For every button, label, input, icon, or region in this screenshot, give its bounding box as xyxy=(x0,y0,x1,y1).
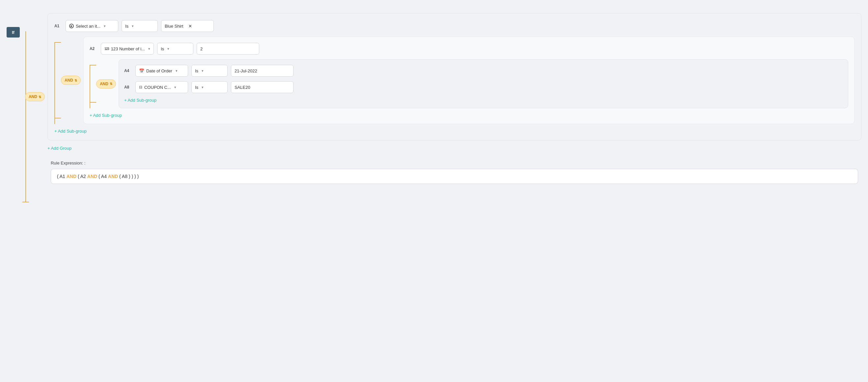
chevron-icon: ▾ xyxy=(148,47,150,51)
a4-label: A4 xyxy=(124,68,132,73)
target-icon xyxy=(69,24,74,28)
a8-operator-dropdown[interactable]: Is ▾ xyxy=(191,81,228,93)
a2-value-input[interactable] xyxy=(197,43,259,55)
sort-icon-1: ⇅ xyxy=(38,95,41,99)
a4-value-input[interactable] xyxy=(231,65,293,77)
main-hline-bottom xyxy=(22,202,29,202)
a8-select-dropdown[interactable]: ⊟ COUPON C... ▾ xyxy=(135,81,188,93)
calendar-icon: 📅 xyxy=(139,68,144,73)
chevron-icon: ▾ xyxy=(174,85,176,90)
chevron-icon: ▾ xyxy=(176,69,178,73)
number-icon: 123 xyxy=(104,47,109,51)
level1-group: A2 123 123 Number of i... ▾ Is ▾ xyxy=(83,37,855,124)
a2-row: A2 123 123 Number of i... ▾ Is ▾ xyxy=(90,43,848,55)
and-badge-2[interactable]: AND ⇅ xyxy=(61,76,81,85)
chevron-icon: ▾ xyxy=(202,69,204,73)
a1-select-dropdown[interactable]: Select an it... ▾ xyxy=(66,20,118,32)
a1-row: A1 Select an it... ▾ Is ▾ Blue Shirt ✕ xyxy=(54,20,855,32)
a8-row: A8 ⊟ COUPON C... ▾ Is ▾ xyxy=(124,81,843,93)
clear-icon[interactable]: ✕ xyxy=(188,24,210,28)
add-subgroup-1[interactable]: + Add Sub-group xyxy=(90,113,848,118)
a1-value-field[interactable]: Blue Shirt ✕ xyxy=(161,20,214,32)
a2-select-dropdown[interactable]: 123 123 Number of i... ▾ xyxy=(101,43,154,55)
sort-icon-2: ⇅ xyxy=(74,79,77,82)
add-subgroup-outer[interactable]: + Add Sub-group xyxy=(54,129,855,134)
a8-label: A8 xyxy=(124,85,132,90)
coupon-icon: ⊟ xyxy=(139,85,142,90)
chevron-icon: ▾ xyxy=(104,24,106,28)
chevron-icon: ▾ xyxy=(202,85,204,90)
if-badge[interactable]: If xyxy=(7,27,20,37)
a2-operator-dropdown[interactable]: Is ▾ xyxy=(157,43,193,55)
bracket-hline-bottom-2 xyxy=(90,102,96,103)
rule-expression-title: Rule Expression: : xyxy=(51,161,858,166)
nested-group-1: AND ⇅ A2 123 123 Number of i... ▾ xyxy=(54,37,855,124)
bracket-hline-bottom-1 xyxy=(55,118,61,118)
add-subgroup-2[interactable]: + Add Sub-group xyxy=(124,98,843,103)
a4-operator-dropdown[interactable]: Is ▾ xyxy=(191,65,228,77)
sort-icon-3: ⇅ xyxy=(110,82,112,85)
a8-value-input[interactable] xyxy=(231,81,293,93)
a4-select-dropdown[interactable]: 📅 Date of Order ▾ xyxy=(135,65,188,77)
add-group-btn[interactable]: + Add Group xyxy=(48,146,861,151)
bracket-hline-top-1 xyxy=(55,42,61,43)
a1-label: A1 xyxy=(54,24,62,28)
rule-expression-box: ( A1 AND ( A2 AND ( A4 AND ( A8 ) ) ) ) xyxy=(51,169,858,184)
outer-group: A1 Select an it... ▾ Is ▾ Blue Shirt ✕ xyxy=(48,13,861,140)
a1-operator-dropdown[interactable]: Is ▾ xyxy=(122,20,158,32)
nested-group-2: AND ⇅ A4 📅 xyxy=(90,59,848,108)
a2-label: A2 xyxy=(90,46,97,51)
and-badge-3[interactable]: AND ⇅ xyxy=(96,79,116,89)
bracket-hline-top-2 xyxy=(90,65,96,66)
chevron-icon: ▾ xyxy=(167,47,169,51)
and-badge-1[interactable]: AND ⇅ xyxy=(25,92,45,101)
a4-row: A4 📅 Date of Order ▾ Is ▾ xyxy=(124,65,843,77)
rule-expression-section: Rule Expression: : ( A1 AND ( A2 AND ( A… xyxy=(48,161,861,184)
level2-group: A4 📅 Date of Order ▾ Is ▾ xyxy=(119,59,848,108)
chevron-icon: ▾ xyxy=(132,24,134,28)
